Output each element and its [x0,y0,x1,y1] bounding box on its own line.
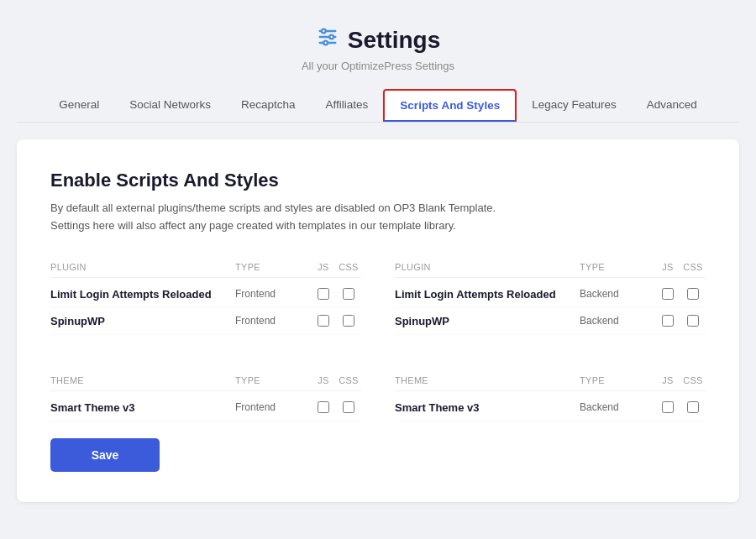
right-plugin-2-name: SpinupWP [395,315,580,327]
left-plugin-1-js-checkbox[interactable] [318,288,329,300]
settings-icon [316,25,339,55]
right-theme-css-label: Css [680,375,706,385]
left-theme-1-js-cell [311,401,336,413]
content-card: Enable Scripts And Styles By default all… [17,139,739,502]
table-row: Smart Theme v3 Frontend [50,395,361,421]
page-subtitle: All your OptimizePress Settings [17,60,739,72]
right-plugin-1-css-checkbox[interactable] [687,288,699,300]
left-plugin-2-css-checkbox[interactable] [343,315,354,327]
right-plugin-col-label: Plugin [395,262,580,272]
left-plugin-1-js-cell [311,288,336,300]
svg-point-3 [322,29,326,34]
table-row: Limit Login Attempts Reloaded Backend [395,281,706,308]
left-plugin-2-js-checkbox[interactable] [318,315,329,327]
right-plugin-2-type: Backend [580,315,655,327]
right-plugin-2-css-checkbox[interactable] [687,315,699,327]
table-row: Limit Login Attempts Reloaded Frontend [50,281,361,308]
left-plugin-header: Plugin Type Js Css [50,259,361,278]
plugins-grid: Plugin Type Js Css Limit Login Attempts … [50,259,706,421]
left-css-col-label: Css [336,262,361,272]
left-theme-1-type: Frontend [235,401,311,413]
right-theme-1-css-checkbox[interactable] [687,401,699,413]
right-plugin-section: Plugin Type Js Css Limit Login Attempts … [395,259,706,335]
table-row: SpinupWP Backend [395,308,706,335]
tab-advanced[interactable]: Advanced [632,90,712,121]
right-theme-1-type: Backend [580,401,655,413]
right-theme-header: Theme Type Js Css [395,372,706,391]
left-theme-section: Theme Type Js Css Smart Theme v3 Fronten… [50,372,361,421]
section-description: By default all external plugins/theme sc… [50,200,706,235]
left-theme-type-label: Type [235,375,311,385]
right-plugin-2-js-checkbox[interactable] [662,315,674,327]
svg-point-4 [329,35,333,39]
left-plugin-2-type: Frontend [235,315,311,327]
left-theme-col-label: Theme [50,375,235,385]
right-theme-1-js-cell [655,401,680,413]
left-plugin-2-name: SpinupWP [50,315,235,327]
tab-scripts-and-styles[interactable]: Scripts And Styles [383,89,517,122]
page-header: Settings All your OptimizePress Settings [17,25,739,72]
left-type-col-label: Type [235,262,311,272]
left-theme-header: Theme Type Js Css [50,372,361,391]
left-column: Plugin Type Js Css Limit Login Attempts … [50,259,361,421]
left-plugin-section: Plugin Type Js Css Limit Login Attempts … [50,259,361,335]
left-plugin-col-label: Plugin [50,262,235,272]
tab-recaptcha[interactable]: Recaptcha [226,90,311,121]
tab-general[interactable]: General [44,90,114,121]
right-theme-1-css-cell [680,401,706,413]
right-plugin-1-type: Backend [580,288,655,300]
left-plugin-1-css-checkbox[interactable] [343,288,354,300]
nav-tabs: General Social Networks Recaptcha Affili… [17,89,739,123]
left-plugin-1-name: Limit Login Attempts Reloaded [50,288,235,301]
right-theme-js-label: Js [655,375,680,385]
right-plugin-1-js-checkbox[interactable] [662,288,674,300]
left-plugin-2-js-cell [311,315,336,327]
left-plugin-2-css-cell [336,315,361,327]
left-plugin-1-css-cell [336,288,361,300]
save-button[interactable]: Save [50,438,160,472]
tab-legacy-features[interactable]: Legacy Features [517,90,632,121]
right-js-col-label: Js [655,262,680,272]
page-title: Settings [348,27,440,54]
right-theme-1-js-checkbox[interactable] [662,401,674,413]
right-type-col-label: Type [580,262,655,272]
right-plugin-2-js-cell [655,315,680,327]
right-theme-type-label: Type [580,375,655,385]
tab-social-networks[interactable]: Social Networks [114,90,226,121]
right-theme-col-label: Theme [395,375,580,385]
left-plugin-1-type: Frontend [235,288,311,300]
left-theme-1-js-checkbox[interactable] [318,401,329,413]
right-plugin-1-name: Limit Login Attempts Reloaded [395,288,580,301]
right-theme-section: Theme Type Js Css Smart Theme v3 Backend [395,372,706,421]
left-js-col-label: Js [311,262,336,272]
left-theme-1-css-cell [336,401,361,413]
left-theme-1-css-checkbox[interactable] [343,401,354,413]
table-row: Smart Theme v3 Backend [395,395,706,421]
right-plugin-1-js-cell [655,288,680,300]
left-theme-1-name: Smart Theme v3 [50,401,235,414]
left-theme-js-label: Js [311,375,336,385]
right-css-col-label: Css [680,262,706,272]
right-plugin-header: Plugin Type Js Css [395,259,706,278]
right-theme-1-name: Smart Theme v3 [395,401,580,414]
tab-affiliates[interactable]: Affiliates [311,90,384,121]
left-theme-css-label: Css [336,375,361,385]
svg-point-5 [323,41,328,45]
table-row: SpinupWP Frontend [50,308,361,335]
right-plugin-1-css-cell [680,288,706,300]
section-title: Enable Scripts And Styles [50,170,706,191]
right-column: Plugin Type Js Css Limit Login Attempts … [395,259,706,421]
right-plugin-2-css-cell [680,315,706,327]
